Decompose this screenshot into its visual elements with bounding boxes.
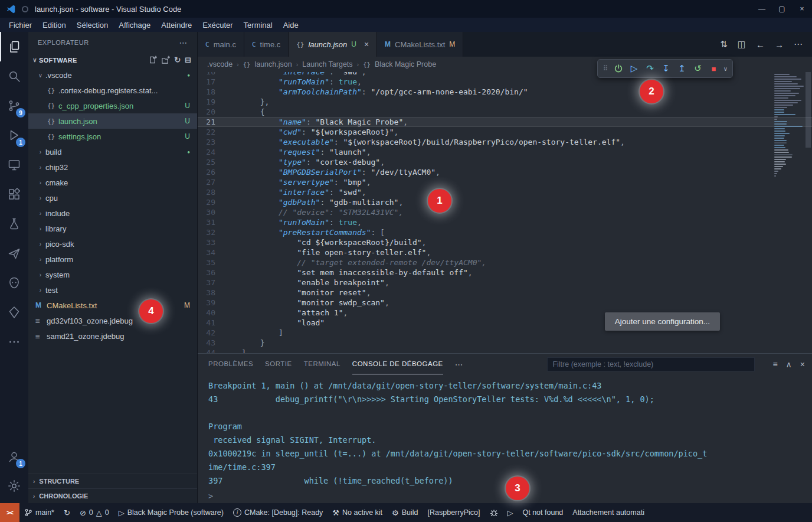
forward-arrow-icon[interactable]: → (775, 40, 784, 50)
tree-item-build[interactable]: ›build● (28, 144, 197, 159)
status-no-active-kit[interactable]: ⚒No active kit (328, 503, 387, 522)
restart-icon[interactable]: ↺ (690, 61, 706, 76)
code-line-28[interactable]: 28 "interface": "swd", (198, 187, 812, 197)
remote-indicator[interactable]: >< (0, 503, 19, 522)
code-line-32[interactable]: 32 "preRestartCommands": [ (198, 227, 812, 237)
code-line-25[interactable]: 25 "type": "cortex-debug", (198, 157, 812, 167)
status-cmake-debug-ready[interactable]: iCMake: [Debug]: Ready (228, 503, 328, 522)
code-line-37[interactable]: 37 "enable breakpoint", (198, 278, 812, 288)
new-file-icon[interactable] (148, 56, 157, 64)
tree-item-c-cpp-properties-json[interactable]: {}c_cpp_properties.jsonU (28, 98, 197, 113)
paper-plane-icon[interactable] (0, 239, 28, 268)
code-line-18[interactable]: 18 "armToolchainPath": "/opt/gcc-arm-non… (198, 87, 812, 97)
status-bug[interactable] (485, 503, 503, 522)
status-main[interactable]: main* (19, 503, 59, 522)
split-editor-icon[interactable]: ◫ (738, 39, 746, 50)
menu-aide[interactable]: Aide (278, 19, 304, 31)
code-line-23[interactable]: 23 "executable": "${workspaceRoot}/build… (198, 137, 812, 147)
breadcrumb-item[interactable]: .vscode (207, 60, 233, 68)
code-line-44[interactable]: 44 ] (198, 348, 812, 353)
status-black-magic-probe-software[interactable]: ▷Black Magic Probe (software) (114, 503, 228, 522)
tree-item-chip32[interactable]: ›chip32 (28, 159, 197, 175)
tree-item-launch-json[interactable]: {}launch.jsonU (28, 113, 197, 129)
code-line-34[interactable]: 34 "file open-story-teller.elf", (198, 247, 812, 257)
status-raspberrypico[interactable]: [RaspberryPico] (423, 503, 485, 522)
stop-icon[interactable]: ■ (706, 61, 722, 76)
breadcrumb-item[interactable]: launch.json (254, 60, 292, 68)
panel-tab-sortie[interactable]: SORTIE (265, 354, 292, 374)
menu-edition[interactable]: Edition (37, 19, 71, 31)
code-line-20[interactable]: 20 { (198, 107, 812, 117)
status-build[interactable]: ⚙Build (387, 503, 423, 522)
tree-item-cortex-debug-registers-stat[interactable]: {}.cortex-debug.registers.stat... (28, 83, 197, 98)
code-line-36[interactable]: 36 "set mem inaccessible-by-default off"… (198, 267, 812, 278)
status-sync[interactable]: ↻ (59, 503, 75, 522)
code-line-21[interactable]: 21 "name": "Black Magic Probe", (198, 117, 812, 127)
tab-time-c[interactable]: Ctime.c (244, 32, 289, 57)
menu-terminal[interactable]: Terminal (238, 19, 278, 31)
tree-item-vscode[interactable]: ∨.vscode● (28, 67, 197, 83)
tree-item-cmake[interactable]: ›cmake (28, 175, 197, 190)
tree-item-test[interactable]: ›test (28, 282, 197, 298)
close-icon[interactable]: × (800, 360, 805, 369)
debug-console-prompt[interactable]: > (198, 489, 812, 503)
section-structure[interactable]: ›STRUCTURE (28, 474, 197, 488)
tree-item-cmakelists-txt[interactable]: MCMakeLists.txtM (28, 298, 197, 313)
console-filter-input[interactable] (547, 357, 755, 371)
code-line-24[interactable]: 24 "request": "launch", (198, 147, 812, 157)
tree-item-settings-json[interactable]: {}settings.jsonU (28, 129, 197, 144)
step-into-icon[interactable]: ↧ (658, 61, 674, 76)
section-software[interactable]: ∨ SOFTWARE ↻ ⊟ (28, 53, 197, 67)
new-folder-icon[interactable] (161, 56, 170, 64)
tab-main-c[interactable]: Cmain.c (198, 32, 244, 57)
code-line-29[interactable]: 29 "gdbPath": "gdb-multiarch", (198, 197, 812, 207)
tree-item-library[interactable]: ›library (28, 221, 197, 236)
panel-tab-problemes[interactable]: PROBLÈMES (208, 354, 253, 374)
code-line-33[interactable]: 33 "cd ${workspaceRoot}/build", (198, 237, 812, 247)
menu-affichage[interactable]: Affichage (113, 19, 156, 31)
tree-item-pico-sdk[interactable]: ›pico-sdk (28, 236, 197, 252)
collapse-all-icon[interactable]: ⊟ (185, 56, 191, 64)
breadcrumb-item[interactable]: Black Magic Probe (375, 60, 436, 68)
chevron-up-icon[interactable]: ∧ (786, 360, 792, 369)
code-line-27[interactable]: 27 "servertype": "bmp", (198, 177, 812, 187)
continue-icon[interactable]: ▷ (626, 61, 642, 76)
back-arrow-icon[interactable]: ← (756, 40, 765, 50)
step-out-icon[interactable]: ↥ (674, 61, 690, 76)
code-line-17[interactable]: 17 "runToMain": true, (198, 77, 812, 87)
menu-atteindre[interactable]: Atteindre (156, 19, 197, 31)
breadcrumb-item[interactable]: Launch Targets (302, 60, 352, 68)
account-icon[interactable]: 1 (0, 442, 28, 471)
search-icon[interactable] (0, 61, 28, 91)
close-icon[interactable]: × (364, 40, 369, 49)
clear-console-icon[interactable]: ≡ (772, 360, 777, 369)
menu-executer[interactable]: Exécuter (197, 19, 238, 31)
code-line-38[interactable]: 38 "monitor reset", (198, 288, 812, 298)
kite-icon[interactable] (0, 298, 28, 327)
code-line-39[interactable]: 39 "monitor swdp_scan", (198, 298, 812, 308)
editor-scrollbar[interactable] (804, 72, 812, 353)
compare-changes-icon[interactable]: ⇅ (720, 39, 728, 50)
alien-head-icon[interactable] (0, 268, 28, 298)
panel-tab-terminal[interactable]: TERMINAL (304, 354, 340, 374)
code-line-22[interactable]: 22 "cwd": "${workspaceRoot}", (198, 127, 812, 137)
menu-selection[interactable]: Sélection (71, 19, 113, 31)
power-icon[interactable] (610, 61, 626, 76)
add-configuration-button[interactable]: Ajouter une configuration... (605, 312, 720, 331)
code-line-30[interactable]: 30 // "device": "STM32L431VC", (198, 207, 812, 217)
code-line-43[interactable]: 43 } (198, 338, 812, 348)
tree-item-platform[interactable]: ›platform (28, 252, 197, 267)
section-chronologie[interactable]: ›CHRONOLOGIE (28, 488, 197, 503)
status-0[interactable]: ⊘0△0 (75, 503, 114, 522)
refresh-icon[interactable]: ↻ (174, 56, 181, 64)
close-icon[interactable]: × (792, 0, 812, 18)
code-line-26[interactable]: 26 "BMPGDBSerialPort": "/dev/ttyACM0", (198, 167, 812, 177)
minimize-icon[interactable]: — (752, 0, 772, 18)
remote-explorer-icon[interactable] (0, 150, 28, 180)
status-attachement-automati[interactable]: Attachement automati (568, 503, 649, 522)
test-beaker-icon[interactable] (0, 209, 28, 239)
more-icon[interactable] (0, 327, 28, 357)
settings-gear-icon[interactable] (0, 471, 28, 501)
more-icon[interactable]: ⋯ (455, 360, 463, 369)
extensions-icon[interactable] (0, 180, 28, 209)
